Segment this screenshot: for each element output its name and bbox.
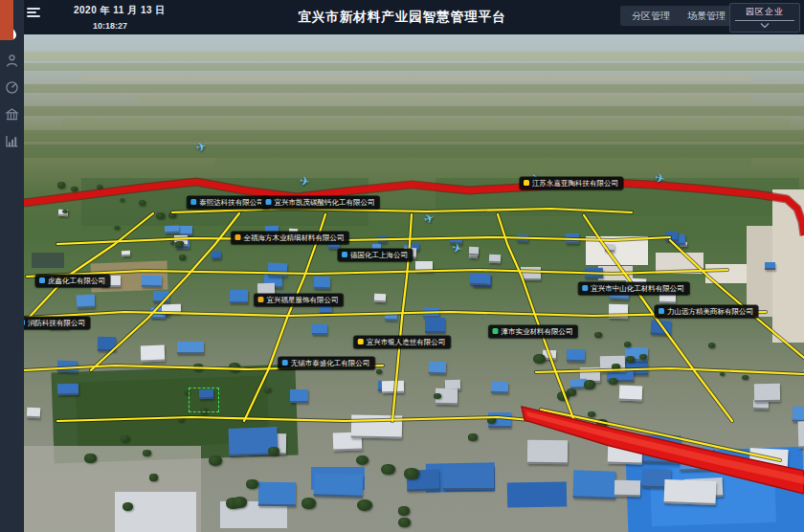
company-marker-icon [659,308,664,314]
time-label: 10:18:27 [93,21,166,31]
map-label[interactable]: 全福海方木业精细材料有限公司 [232,232,349,244]
bank-icon[interactable] [5,107,19,122]
company-label-text: 消防科技有限公司 [28,320,85,327]
company-marker-icon [282,360,288,366]
company-label-text: 无锡市泰盛化工有限公司 [291,360,370,367]
company-label-text: 德国化工上海公司 [350,252,408,259]
dropdown-divider [735,20,794,21]
company-marker-icon [266,199,272,205]
company-marker-icon [358,339,364,344]
company-label-text: 泰熙达科技有限公司 [199,199,264,207]
company-marker-icon [190,199,196,205]
menu-icon[interactable] [27,8,40,18]
company-marker-icon [39,277,45,283]
company-label-text: 宜兴市凯茂碳酸钙化工有限公司 [275,199,375,207]
company-label-text: 虎鑫化工有限公司 [48,277,105,285]
smart-park-platform: 2020 年 11 月 13 日 10:18:27 宜兴市新材料产业园智慧管理平… [0,0,804,532]
map-label[interactable]: 虎鑫化工有限公司 [35,275,110,287]
top-bar: 2020 年 11 月 13 日 10:18:27 宜兴市新材料产业园智慧管理平… [0,0,804,34]
map-label[interactable]: 宜兴市银人造丝有限公司 [354,336,451,348]
map-label[interactable]: 无锡市泰盛化工有限公司 [279,357,375,369]
company-marker-icon [493,328,499,334]
map-label[interactable]: 消防科技有限公司 [24,317,90,329]
company-label-text: 力山远方精美商标有限公司 [667,308,753,316]
map-label[interactable]: 德国化工上海公司 [338,249,413,261]
map-label[interactable]: 宜兴市中山化工材料有限公司 [578,282,689,295]
company-labels: 泰熙达科技有限公司宜兴市凯茂碳酸钙化工有限公司全福海方木业精细材料有限公司德国化… [24,34,804,532]
map-label[interactable]: 潭市实业材料有限公司 [489,325,578,338]
map-label[interactable]: 宜兴市凯茂碳酸钙化工有限公司 [262,196,380,209]
dropdown-label: 园区企业 [746,6,784,18]
sidebar [0,0,24,532]
company-marker-icon [582,285,588,291]
company-marker-icon [524,180,529,186]
chart-icon[interactable] [5,134,19,148]
company-marker-icon [24,320,25,325]
person-icon[interactable] [5,54,19,68]
company-label-text: 宜兴福星服饰有限公司 [267,297,339,304]
date-label: 2020 年 11 月 13 日 [74,4,166,17]
gauge-icon[interactable] [5,80,19,95]
company-label-text: 宜兴市中山化工材料有限公司 [591,285,684,293]
map-label[interactable]: 泰熙达科技有限公司 [187,196,269,209]
company-label-text: 潭市实业材料有限公司 [502,328,573,336]
company-marker-icon [342,252,347,257]
map-label[interactable]: 力山远方精美商标有限公司 [655,305,758,318]
company-marker-icon [258,297,264,302]
datetime-block: 2020 年 11 月 13 日 10:18:27 [74,4,166,31]
page-title: 宜兴市新材料产业园智慧管理平台 [298,9,506,26]
map-label[interactable]: 宜兴福星服饰有限公司 [255,294,344,306]
company-label-text: 全福海方木业精细材料有限公司 [244,234,345,242]
accent-strip [0,0,13,40]
company-marker-icon [235,234,241,240]
map-label[interactable]: 江苏永嘉亚陶科技有限公司 [520,177,623,189]
company-label-text: 江苏永嘉亚陶科技有限公司 [532,180,618,188]
company-label-text: 宜兴市银人造丝有限公司 [367,339,446,346]
scene-management-button[interactable]: 场景管理 [676,6,737,26]
chevron-down-icon [760,23,770,28]
park-enterprise-dropdown[interactable]: 园区企业 [729,3,800,33]
zone-management-button[interactable]: 分区管理 [620,6,681,26]
map-3d-view[interactable]: ✈✈✈✈✈✈ 泰熙达科技有限公司宜兴市凯茂碳酸钙化工有限公司全福海方木业精细材料… [24,34,804,532]
